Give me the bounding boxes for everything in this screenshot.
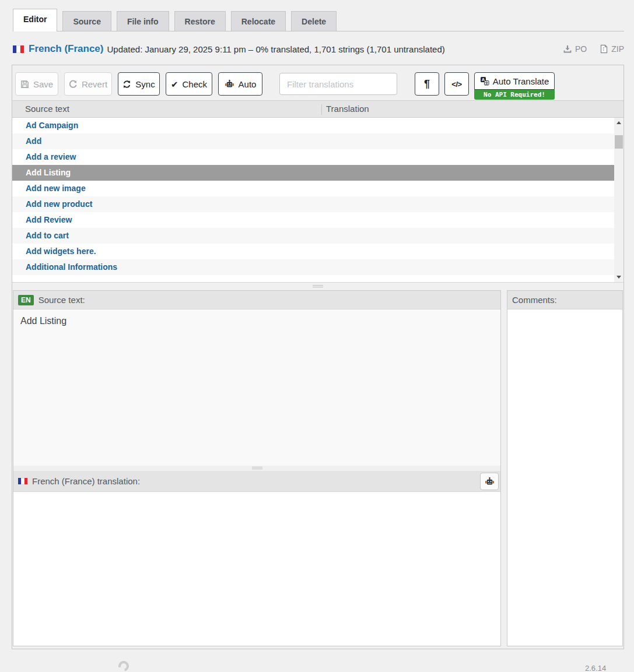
editor-toolbar: Save Revert Sync ✔ Check bbox=[12, 65, 624, 100]
list-item[interactable]: Add new image bbox=[12, 181, 614, 196]
list-item[interactable]: Add a review bbox=[12, 149, 614, 165]
translate-icon: A bbox=[480, 76, 489, 86]
export-links: PO ZIP bbox=[563, 44, 624, 54]
robot-icon bbox=[485, 477, 495, 486]
auto-label: Auto bbox=[239, 79, 257, 89]
editing-column: EN Source text: Add Listing French (Fran… bbox=[13, 290, 501, 646]
auto-translate-button[interactable]: A Auto Translate bbox=[474, 72, 555, 90]
list-item[interactable]: Add Listing bbox=[12, 165, 614, 181]
column-divider[interactable] bbox=[321, 104, 322, 115]
inner-splitter[interactable] bbox=[13, 466, 500, 471]
france-flag-icon bbox=[13, 45, 24, 53]
comments-panel-title: Comments: bbox=[512, 295, 557, 305]
language-title: French (France) bbox=[29, 43, 103, 55]
plugin-version: 2.6.14 bbox=[585, 664, 606, 672]
scroll-up-button[interactable] bbox=[614, 118, 624, 128]
po-label: PO bbox=[575, 44, 587, 54]
scroll-down-button[interactable] bbox=[614, 272, 624, 282]
tab-restore[interactable]: Restore bbox=[174, 11, 226, 31]
auto-translate-label: Auto Translate bbox=[493, 76, 549, 86]
download-icon bbox=[563, 44, 572, 54]
list-item[interactable]: Add bbox=[12, 133, 614, 149]
code-view-button[interactable]: </> bbox=[444, 72, 469, 96]
grid-header: Source text Translation bbox=[12, 100, 624, 118]
check-label: Check bbox=[183, 79, 208, 89]
footer: 2.6.14 bbox=[0, 649, 634, 670]
translation-editor[interactable] bbox=[13, 492, 500, 646]
string-list-region: Ad CampaignAddAdd a reviewAdd ListingAdd… bbox=[12, 118, 624, 283]
english-badge: EN bbox=[18, 295, 34, 305]
translation-panel-header: French (France) translation: bbox=[13, 471, 500, 492]
suggest-translation-button[interactable] bbox=[480, 473, 499, 490]
sync-button[interactable]: Sync bbox=[118, 72, 160, 96]
pilcrow-icon: ¶ bbox=[424, 78, 430, 90]
source-panel-header: EN Source text: bbox=[13, 291, 500, 309]
source-column-header: Source text bbox=[25, 104, 69, 114]
translation-panel-title: French (France) translation: bbox=[32, 476, 140, 486]
zip-label: ZIP bbox=[611, 44, 624, 54]
comments-editor[interactable] bbox=[507, 309, 622, 646]
splitter-grip-icon bbox=[252, 467, 262, 469]
tab-relocate[interactable]: Relocate bbox=[231, 11, 286, 31]
revert-icon bbox=[69, 80, 78, 89]
invisibles-toggle-button[interactable]: ¶ bbox=[415, 72, 439, 96]
revert-button[interactable]: Revert bbox=[64, 72, 112, 96]
tab-source[interactable]: Source bbox=[62, 11, 111, 31]
translation-column-header: Translation bbox=[326, 104, 369, 114]
editor-container: Save Revert Sync ✔ Check bbox=[12, 65, 624, 649]
string-list: Ad CampaignAddAdd a reviewAdd ListingAdd… bbox=[12, 118, 614, 275]
download-zip-link[interactable]: ZIP bbox=[600, 44, 624, 54]
check-icon: ✔ bbox=[171, 80, 178, 89]
horizontal-splitter[interactable] bbox=[12, 283, 624, 290]
scroll-up-icon bbox=[617, 121, 621, 124]
tab-editor[interactable]: Editor bbox=[13, 9, 57, 31]
robot-icon bbox=[225, 79, 234, 89]
list-item[interactable]: Add new product bbox=[12, 196, 614, 212]
filter-translations-input[interactable] bbox=[279, 73, 397, 95]
list-item[interactable]: Additional Informations bbox=[12, 259, 614, 275]
save-icon bbox=[20, 80, 29, 89]
lower-panels: EN Source text: Add Listing French (Fran… bbox=[12, 290, 624, 646]
no-api-badge: No API Required! bbox=[474, 90, 555, 100]
page: { "tabs": [ {"label": "Editor", "active"… bbox=[0, 0, 634, 672]
sync-icon bbox=[122, 80, 131, 89]
sync-label: Sync bbox=[135, 79, 155, 89]
list-item[interactable]: Add to cart bbox=[12, 228, 614, 244]
loco-logo-partial bbox=[117, 659, 131, 672]
code-icon: </> bbox=[451, 80, 461, 89]
comments-panel-header: Comments: bbox=[507, 291, 622, 309]
tab-delete[interactable]: Delete bbox=[291, 11, 337, 31]
scrollbar-thumb[interactable] bbox=[615, 135, 623, 149]
check-button[interactable]: ✔ Check bbox=[166, 72, 212, 96]
splitter-grip-icon bbox=[313, 285, 323, 287]
auto-button[interactable]: Auto bbox=[218, 72, 262, 96]
file-header: French (France) Updated: January 29, 202… bbox=[13, 41, 624, 57]
auto-translate-group: A Auto Translate No API Required! bbox=[474, 72, 555, 100]
scroll-down-icon bbox=[617, 276, 621, 279]
tab-bar: EditorSourceFile infoRestoreRelocateDele… bbox=[13, 8, 624, 31]
list-scrollbar[interactable] bbox=[614, 118, 624, 282]
download-po-link[interactable]: PO bbox=[563, 44, 587, 54]
list-item[interactable]: Add widgets here. bbox=[12, 244, 614, 259]
zip-file-icon bbox=[600, 44, 608, 54]
source-panel-title: Source text: bbox=[38, 295, 85, 305]
list-item[interactable]: Add Review bbox=[12, 212, 614, 228]
file-meta: Updated: January 29, 2025 9:11 pm – 0% t… bbox=[107, 44, 444, 54]
save-button[interactable]: Save bbox=[15, 72, 58, 96]
save-label: Save bbox=[33, 79, 53, 89]
comments-column: Comments: bbox=[507, 290, 623, 646]
tab-file-info[interactable]: File info bbox=[117, 11, 169, 31]
revert-label: Revert bbox=[82, 79, 107, 89]
list-item[interactable]: Ad Campaign bbox=[12, 118, 614, 133]
france-flag-icon bbox=[18, 478, 27, 484]
source-text-view[interactable]: Add Listing bbox=[13, 309, 500, 466]
